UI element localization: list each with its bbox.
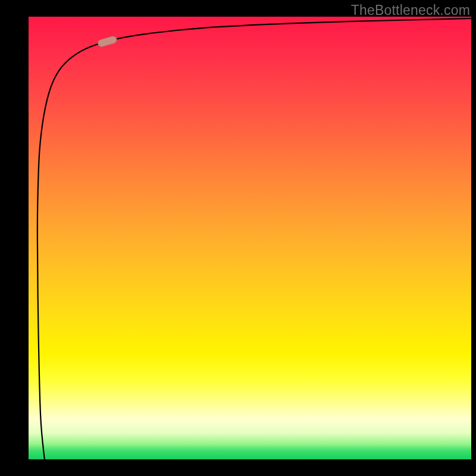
watermark-text: TheBottleneck.com bbox=[351, 2, 470, 18]
curve-marker bbox=[97, 35, 117, 47]
chart-curve-layer bbox=[29, 17, 471, 459]
chart-stage: TheBottleneck.com bbox=[0, 0, 476, 476]
curve-line bbox=[37, 18, 471, 459]
svg-rect-0 bbox=[97, 35, 117, 47]
